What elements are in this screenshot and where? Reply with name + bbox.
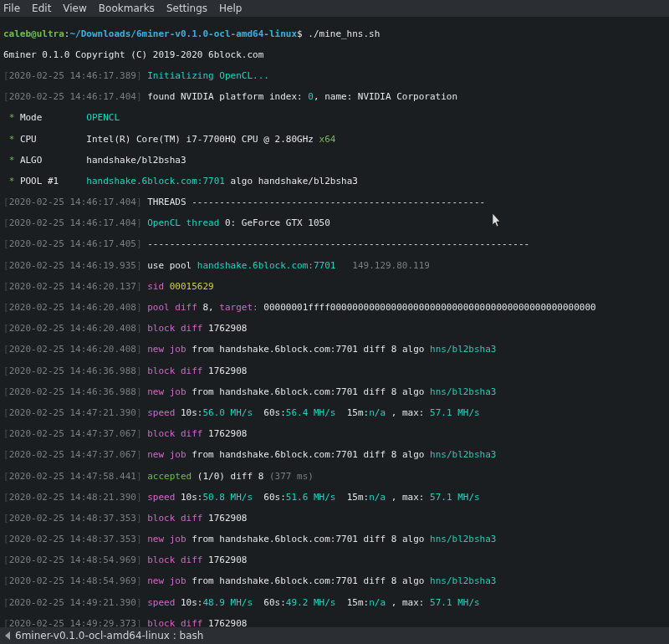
menu-edit[interactable]: Edit <box>32 3 51 14</box>
statusbar[interactable]: 6miner-v0.1.0-ocl-amd64-linux : bash <box>0 627 669 644</box>
prompt-user: caleb@ultra <box>3 28 64 39</box>
log-line: [2020-02-25 14:47:37.067] block diff 176… <box>3 429 666 440</box>
prompt-path: ~/Downloads/6miner-v0.1.0-ocl-amd64-linu… <box>69 28 297 39</box>
log-line: [2020-02-25 14:47:21.390] speed 10s:56.0… <box>3 408 666 419</box>
log-line: [2020-02-25 14:47:58.441] accepted (1/0)… <box>3 472 666 483</box>
log-line: [2020-02-25 14:48:54.969] block diff 176… <box>3 555 666 566</box>
log-line: [2020-02-25 14:46:36.988] new job from h… <box>3 387 666 398</box>
log-timestamp: 2020-02-25 14:46:17.389 <box>9 70 136 81</box>
copyright-line: 6miner 0.1.0 Copyright (C) 2019-2020 6bl… <box>3 50 666 61</box>
menu-view[interactable]: View <box>63 3 86 14</box>
log-line: [2020-02-25 14:46:17.404] OpenCL thread … <box>3 218 666 229</box>
menu-settings[interactable]: Settings <box>166 3 207 14</box>
log-line: [2020-02-25 14:46:19.935] use pool hands… <box>3 261 666 272</box>
log-line: [2020-02-25 14:48:37.353] block diff 176… <box>3 514 666 524</box>
log-line: [2020-02-25 14:46:17.405] --------------… <box>3 239 666 250</box>
info-pool: * POOL #1 handshake.6block.com:7701 algo… <box>3 176 666 187</box>
log-line: [2020-02-25 14:49:21.390] speed 10s:48.9… <box>3 598 666 609</box>
log-timestamp: 2020-02-25 14:46:17.404 <box>9 91 136 102</box>
log-line: [2020-02-25 14:48:21.390] speed 10s:50.8… <box>3 493 666 503</box>
info-mode: * Mode OPENCL <box>3 113 666 124</box>
menu-file[interactable]: File <box>3 3 20 14</box>
log-line: [2020-02-25 14:46:17.404] found NVIDIA p… <box>3 92 666 103</box>
log-line: [2020-02-25 14:46:20.408] block diff 176… <box>3 324 666 335</box>
log-line: [2020-02-25 14:47:37.067] new job from h… <box>3 450 666 461</box>
menu-bookmarks[interactable]: Bookmarks <box>99 3 155 14</box>
log-line: [2020-02-25 14:46:17.389] Initializing O… <box>3 71 666 82</box>
log-line: [2020-02-25 14:48:37.353] new job from h… <box>3 534 666 545</box>
log-line: [2020-02-25 14:46:36.988] block diff 176… <box>3 366 666 377</box>
menubar[interactable]: File Edit View Bookmarks Settings Help <box>0 0 669 17</box>
log-line: [2020-02-25 14:46:17.404] THREADS ------… <box>3 197 666 208</box>
tab-title[interactable]: 6miner-v0.1.0-ocl-amd64-linux : bash <box>15 630 203 641</box>
info-algo: * ALGO handshake/bl2bsha3 <box>3 156 666 166</box>
log-line: [2020-02-25 14:49:29.373] block diff 176… <box>3 619 666 627</box>
log-line: [2020-02-25 14:46:20.137] sid 00015629 <box>3 282 666 293</box>
tab-indicator-icon <box>5 631 10 640</box>
info-cpu: * CPU Intel(R) Core(TM) i7-7700HQ CPU @ … <box>3 135 666 146</box>
menu-help[interactable]: Help <box>219 3 242 14</box>
log-line: [2020-02-25 14:48:54.969] new job from h… <box>3 576 666 587</box>
terminal[interactable]: caleb@ultra:~/Downloads/6miner-v0.1.0-oc… <box>0 17 669 627</box>
prompt-line: caleb@ultra:~/Downloads/6miner-v0.1.0-oc… <box>3 29 666 40</box>
log-line: [2020-02-25 14:46:20.408] pool diff 8, t… <box>3 303 666 314</box>
prompt-command: ./mine_hns.sh <box>308 28 380 39</box>
log-line: [2020-02-25 14:46:20.408] new job from h… <box>3 345 666 355</box>
